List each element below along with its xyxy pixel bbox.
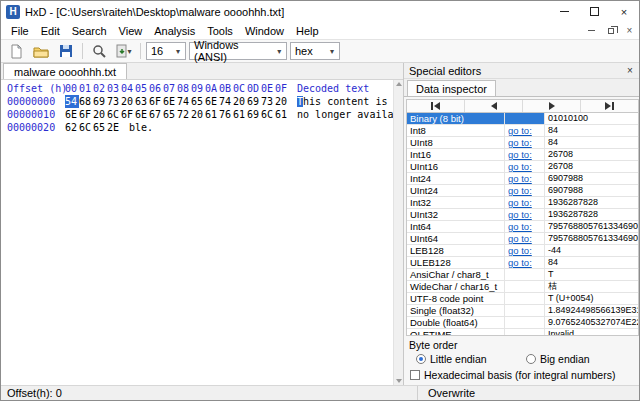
hex-byte[interactable]: 69 xyxy=(93,95,107,108)
inspector-row[interactable]: AnsiChar / char8_tT xyxy=(407,269,638,281)
inspector-value[interactable]: 6907988 xyxy=(544,185,638,196)
hex-byte[interactable]: 63 xyxy=(135,95,149,108)
previous-button[interactable] xyxy=(465,100,523,112)
inspector-value[interactable]: 6907988 xyxy=(544,173,638,184)
inspector-row[interactable]: Int8go to:84 xyxy=(407,125,638,137)
radio-big-endian[interactable]: Big endian xyxy=(526,353,590,365)
tab-data-inspector[interactable]: Data inspector xyxy=(407,80,496,96)
close-button[interactable]: × xyxy=(609,1,639,22)
maximize-button[interactable] xyxy=(579,1,609,22)
hex-byte[interactable]: 65 xyxy=(191,95,205,108)
hex-byte[interactable]: 74 xyxy=(219,95,233,108)
status-mode[interactable]: Overwrite xyxy=(418,386,639,400)
inspector-value[interactable]: 84 xyxy=(544,137,638,148)
inspector-row[interactable]: UTF-8 code pointT (U+0054) xyxy=(407,293,638,305)
menu-tools[interactable]: Tools xyxy=(201,24,239,38)
inspector-value[interactable]: 9.07652405327074E223 xyxy=(544,317,638,328)
hex-byte[interactable]: 61 xyxy=(233,108,247,121)
goto-link[interactable]: go to: xyxy=(508,197,532,208)
goto-first-button[interactable] xyxy=(407,100,465,112)
hex-byte[interactable]: 20 xyxy=(93,108,107,121)
title-bar[interactable]: H HxD - [C:\Users\raiteh\Desktop\malware… xyxy=(1,1,639,22)
hex-byte[interactable]: 54 xyxy=(65,95,79,108)
inspector-value[interactable]: 84 xyxy=(544,125,638,136)
offset-base-select[interactable]: hex ▾ xyxy=(290,42,340,60)
decoded-text[interactable]: This content is xyxy=(297,95,393,108)
hex-byte[interactable]: 65 xyxy=(93,121,107,134)
hex-byte[interactable]: 68 xyxy=(79,95,93,108)
hex-byte[interactable]: 20 xyxy=(121,95,135,108)
decoded-text[interactable]: ble. xyxy=(129,121,153,134)
inspector-row[interactable]: Binary (8 bit)01010100 xyxy=(407,113,638,125)
hex-byte[interactable]: 69 xyxy=(247,95,261,108)
hex-byte[interactable]: 67 xyxy=(149,108,163,121)
mdi-close-button[interactable]: × xyxy=(620,22,639,39)
save-button[interactable] xyxy=(55,41,77,61)
inspector-value[interactable]: T (U+0054) xyxy=(544,293,638,304)
document-tab[interactable]: malware oooohhh.txt xyxy=(3,63,127,79)
inspector-row[interactable]: ULEB128go to:84 xyxy=(407,257,638,269)
menu-help[interactable]: Help xyxy=(290,24,325,38)
hex-byte[interactable]: 20 xyxy=(233,95,247,108)
mdi-restore-button[interactable] xyxy=(601,22,620,39)
hex-byte[interactable]: 6C xyxy=(107,108,121,121)
minimize-button[interactable] xyxy=(549,1,579,22)
hex-byte[interactable]: 73 xyxy=(261,95,275,108)
bytes-per-row-select[interactable]: 16 ▾ xyxy=(146,42,186,60)
radio-little-endian[interactable]: Little endian xyxy=(408,353,526,365)
goto-link[interactable]: go to: xyxy=(508,149,532,160)
inspector-value[interactable]: 1936287828 xyxy=(544,197,638,208)
hex-byte[interactable]: 20 xyxy=(191,108,205,121)
goto-link[interactable]: go to: xyxy=(508,209,532,220)
hex-byte[interactable]: 6F xyxy=(121,108,135,121)
inspector-value[interactable]: 26708 xyxy=(544,161,638,172)
hex-byte[interactable]: 6F xyxy=(79,108,93,121)
hex-byte[interactable]: 6C xyxy=(79,121,93,134)
inspector-value[interactable]: Invalid xyxy=(544,329,638,336)
goto-link[interactable]: go to: xyxy=(508,173,532,184)
goto-last-button[interactable] xyxy=(581,100,638,112)
goto-link[interactable]: go to: xyxy=(508,257,532,268)
hex-byte[interactable]: 65 xyxy=(163,108,177,121)
hex-byte[interactable]: 76 xyxy=(219,108,233,121)
inspector-row[interactable]: UInt64go to:7957688057613346900 xyxy=(407,233,638,245)
inspector-row[interactable]: Int24go to:6907988 xyxy=(407,173,638,185)
scroll-up-icon[interactable] xyxy=(396,82,402,86)
inspector-value[interactable]: 7957688057613346900 xyxy=(544,233,638,244)
hex-byte[interactable]: 74 xyxy=(177,95,191,108)
panel-close-button[interactable]: × xyxy=(622,64,638,78)
inspector-row[interactable]: WideChar / char16_t桔 xyxy=(407,281,638,293)
inspector-row[interactable]: UInt8go to:84 xyxy=(407,137,638,149)
inspector-row[interactable]: Int16go to:26708 xyxy=(407,149,638,161)
inspector-value[interactable]: 7957688057613346900 xyxy=(544,221,638,232)
goto-link[interactable]: go to: xyxy=(508,233,532,244)
hex-byte[interactable]: 6E xyxy=(65,108,79,121)
goto-link[interactable]: go to: xyxy=(508,125,532,136)
inspector-value[interactable]: 26708 xyxy=(544,149,638,160)
goto-link[interactable]: go to: xyxy=(508,161,532,172)
vertical-scrollbar[interactable] xyxy=(393,80,403,385)
inspector-row[interactable]: Int64go to:7957688057613346900 xyxy=(407,221,638,233)
hex-byte[interactable]: 69 xyxy=(247,108,261,121)
hex-byte[interactable]: 73 xyxy=(107,95,121,108)
hex-byte[interactable]: 2E xyxy=(107,121,121,134)
hex-byte[interactable]: 61 xyxy=(205,108,219,121)
menu-view[interactable]: View xyxy=(113,24,149,38)
mdi-minimize-button[interactable] xyxy=(582,22,601,39)
menu-analysis[interactable]: Analysis xyxy=(148,24,201,38)
inspector-row[interactable]: OLETIMEInvalid xyxy=(407,329,638,336)
inspector-value[interactable]: 84 xyxy=(544,257,638,268)
hex-byte[interactable]: 6E xyxy=(163,95,177,108)
inspector-row[interactable]: UInt32go to:1936287828 xyxy=(407,209,638,221)
hex-byte[interactable]: 6E xyxy=(205,95,219,108)
inspector-value[interactable]: 1.84924498566139E31 xyxy=(544,305,638,316)
decoded-text[interactable]: no longer availa xyxy=(297,108,393,121)
scroll-down-icon[interactable] xyxy=(396,379,402,383)
hex-grid[interactable]: Offset (h)000102030405060708090A0B0C0D0E… xyxy=(1,80,393,385)
hex-byte[interactable]: 72 xyxy=(177,108,191,121)
hex-byte[interactable]: 6F xyxy=(149,95,163,108)
new-file-button[interactable] xyxy=(5,41,27,61)
inspector-row[interactable]: Single (float32)1.84924498566139E31 xyxy=(407,305,638,317)
hex-basis-checkbox[interactable]: Hexadecimal basis (for integral numbers) xyxy=(406,365,639,383)
inspector-row[interactable]: UInt24go to:6907988 xyxy=(407,185,638,197)
